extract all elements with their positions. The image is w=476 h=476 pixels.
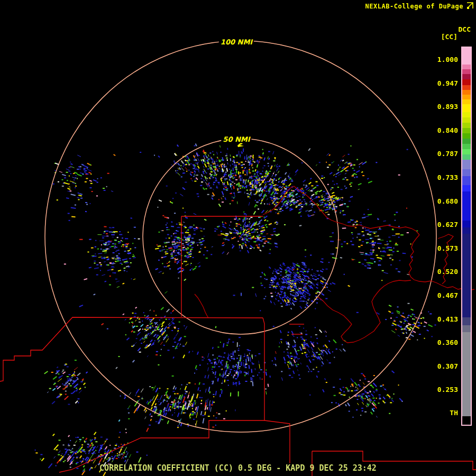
colorbar-segment [462, 317, 471, 325]
colorbar-tick-label: 0.520 [437, 268, 458, 276]
colorbar-tick-label: 0.573 [437, 244, 458, 252]
page-title: NEXLAB-College of DuPage [365, 3, 463, 10]
colorbar-tick-label: 0.307 [437, 362, 458, 370]
colorbar-tick-label: 0.413 [437, 315, 458, 323]
colorbar-segment [462, 85, 471, 90]
colorbar-product-label: DCC [459, 25, 471, 33]
colorbar-segment [462, 227, 471, 234]
colorbar-tick-label: 0.467 [437, 291, 458, 299]
river-boundary-line [318, 280, 411, 343]
colorbar-segment [462, 332, 471, 416]
colorbar-segment [462, 133, 471, 139]
river-boundary-line [263, 186, 419, 235]
colorbar-tick-label: 0.787 [437, 150, 458, 158]
colorbar-segment [462, 74, 471, 79]
river-boundary-line [195, 294, 208, 318]
range-ring [45, 41, 436, 432]
product-caption: CORRELATION COEFFICIENT (CC) 0.5 DEG - K… [0, 463, 476, 473]
colorbar-segment [462, 185, 471, 191]
county-boundary-line [263, 318, 264, 420]
colorbar-tick-label: 0.253 [437, 386, 458, 393]
colorbar-segment [462, 90, 471, 95]
colorbar-segment [462, 416, 471, 425]
colorbar-segment [462, 169, 471, 176]
colorbar-segment [462, 176, 471, 185]
colorbar-tick-label: 0.733 [437, 173, 458, 181]
colorbar-segment [462, 144, 471, 149]
colorbar-segment [462, 191, 471, 221]
colorbar-segment [462, 99, 471, 104]
colorbar-tick-label: 0.360 [437, 338, 458, 346]
colorbar-tick-label: 0.627 [437, 221, 458, 228]
colorbar-segment [462, 221, 471, 227]
colorbar-tick-label: 0.680 [437, 197, 458, 205]
colorbar-segment [462, 48, 471, 65]
colorbar-segment [462, 123, 471, 128]
colorbar-segment [462, 95, 471, 99]
colorbar-segment [462, 160, 471, 169]
colorbar-segment [462, 117, 471, 123]
colorbar-tick-label: 0.893 [437, 103, 458, 111]
colorbar-segment [462, 325, 471, 332]
county-boundary-line [0, 317, 263, 381]
colorbar-segment [462, 234, 471, 317]
river-boundary-line [438, 234, 453, 284]
colorbar [461, 47, 472, 426]
launch-box-icon [466, 2, 474, 10]
radar-display: 100 NMI 50 NMI NEXLAB-College of DuPage … [0, 0, 476, 476]
range-ring-label-100nmi: 100 NMI [219, 38, 254, 46]
colorbar-segment [462, 79, 471, 85]
colorbar-units-label: [CC] [441, 33, 457, 41]
range-ring-label-50nmi: 50 NMI [221, 135, 251, 143]
map-overlay [0, 0, 476, 476]
colorbar-segment [462, 128, 471, 133]
colorbar-segment [462, 65, 471, 69]
colorbar-tick-label: 1.000 [437, 56, 458, 63]
colorbar-segment [462, 104, 471, 112]
colorbar-segment [462, 139, 471, 144]
colorbar-tick-label: 0.840 [437, 126, 458, 134]
range-ring [143, 139, 338, 334]
colorbar-threshold-label: TH [450, 409, 458, 417]
colorbar-segment [462, 149, 471, 154]
colorbar-segment [462, 154, 471, 160]
colorbar-segment [462, 112, 471, 117]
colorbar-segment [462, 69, 471, 74]
colorbar-tick-label: 0.947 [437, 79, 458, 87]
